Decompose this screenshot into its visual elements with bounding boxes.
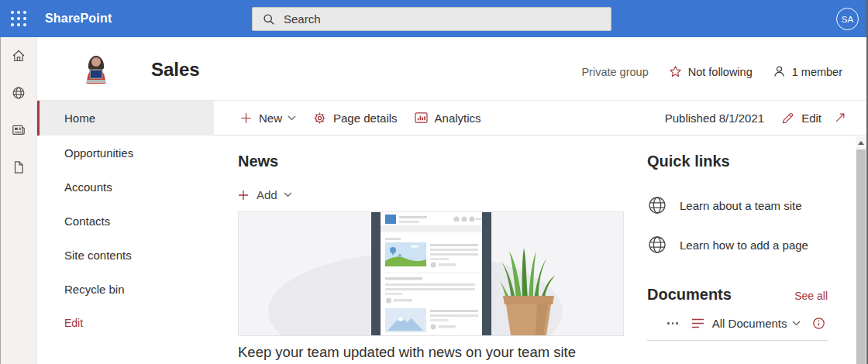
plus-icon [238,190,249,201]
members-button[interactable]: 1 member [773,65,842,78]
news-caption: Keep your team updated with news on your… [238,344,624,361]
view-selector[interactable]: All Documents [691,317,801,330]
documents-toolbar: All Documents [647,317,833,330]
news-add-button[interactable]: Add [238,188,300,201]
news-icon[interactable] [0,112,36,149]
quick-links-title: Quick links [647,135,833,170]
site-title: Sales [151,59,200,81]
scrollbar-thumb[interactable] [856,149,866,364]
nav-item-contacts[interactable]: Contacts [37,204,214,238]
site-nav: Home Opportunities Accounts Contacts Sit… [37,101,214,364]
command-bar: New Page details Analytics Published 8/1… [214,101,868,136]
chevron-down-icon [792,321,801,326]
nav-item-recycle-bin[interactable]: Recycle bin [37,272,214,306]
new-button[interactable]: New [240,112,296,125]
published-status: Published 8/1/2021 [665,112,764,125]
documents-divider [647,340,828,341]
suite-bar: SharePoint Search SA [0,0,868,37]
analytics-button[interactable]: Analytics [415,112,481,125]
star-icon [669,65,682,78]
privacy-label: Private group [581,66,648,78]
globe-icon[interactable] [0,74,36,112]
nav-item-opportunities[interactable]: Opportunities [37,136,214,170]
chevron-down-icon [288,115,296,121]
news-title: News [238,135,624,170]
nav-item-accounts[interactable]: Accounts [37,170,214,204]
info-icon[interactable] [812,317,825,330]
analytics-chart-icon [415,112,428,124]
account-avatar[interactable]: SA [836,8,859,30]
search-placeholder: Search [284,12,321,26]
person-icon [773,65,786,78]
globe-icon [647,235,667,255]
app-launcher-waffle-icon[interactable] [0,0,37,37]
news-placeholder-illustration [238,211,624,336]
site-header: Sales Private group Not following 1 memb… [37,37,868,101]
right-column: Quick links Learn about a team site Lear… [647,135,833,341]
vertical-scrollbar[interactable] [856,136,866,364]
scrollbar-up-arrow-icon[interactable] [856,136,866,149]
quick-link-add-page[interactable]: Learn how to add a page [647,235,833,255]
edit-page-button[interactable]: Edit [781,112,822,125]
site-logo[interactable] [78,50,115,87]
expand-diagonal-icon[interactable] [834,112,846,124]
globe-icon [647,195,667,215]
ellipsis-icon[interactable] [666,319,680,328]
site-meta: Private group Not following 1 member [581,65,842,78]
gear-icon [313,112,326,125]
search-input[interactable]: Search [252,7,611,31]
chevron-down-icon [284,192,292,197]
document-icon[interactable] [0,149,36,186]
follow-button[interactable]: Not following [669,65,753,78]
members-label: 1 member [792,66,842,78]
quick-link-team-site[interactable]: Learn about a team site [647,195,833,215]
window-left-edge [0,37,1,364]
pencil-icon [781,112,794,125]
app-rail [0,37,37,364]
home-icon[interactable] [0,37,36,74]
view-list-icon [691,318,705,328]
follow-label: Not following [688,66,753,78]
page-details-button[interactable]: Page details [313,112,398,125]
plus-icon [240,112,252,124]
see-all-link[interactable]: See all [794,290,828,302]
documents-title: Documents [647,286,732,304]
nav-item-home[interactable]: Home [37,101,214,136]
nav-edit-link[interactable]: Edit [37,306,214,340]
nav-item-site-contents[interactable]: Site contents [37,238,214,272]
search-icon [263,13,275,26]
news-webpart: News Add [238,135,624,361]
brand-label[interactable]: SharePoint [45,12,112,26]
